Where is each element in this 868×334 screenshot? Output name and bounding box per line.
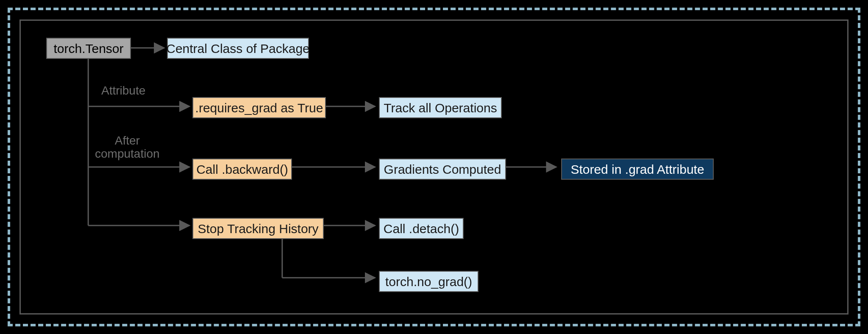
node-torch-no-grad: torch.no_grad() [379,271,479,292]
node-call-backward: Call .backward() [192,159,292,180]
edge-label-attribute: Attribute [101,84,145,97]
edge-label-after-computation: After computation [95,134,160,161]
dashed-frame: torch.Tensor Central Class of Package At… [8,8,860,326]
node-stored-in-grad: Stored in .grad Attribute [561,159,714,180]
node-call-detach: Call .detach() [379,218,464,239]
node-tensor: torch.Tensor [46,38,131,59]
node-central-class: Central Class of Package [167,38,309,59]
inner-frame: torch.Tensor Central Class of Package At… [19,19,849,315]
node-gradients-computed: Gradients Computed [379,159,506,180]
node-stop-tracking-history: Stop Tracking History [192,218,324,239]
node-track-all-operations: Track all Operations [379,97,502,118]
node-requires-grad: .requires_grad as True [192,97,326,118]
